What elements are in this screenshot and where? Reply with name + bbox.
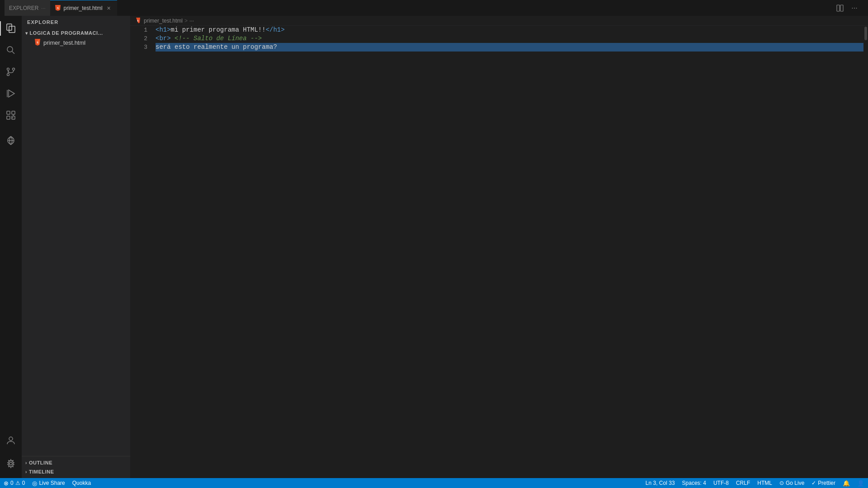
code-editor[interactable]: 1 2 3 <h1>mi primer programa HTML!!</h1>… [130,26,868,478]
sidebar-title: EXPLORER [27,19,58,25]
outline-label: OUTLINE [29,460,52,465]
svg-point-22 [9,437,13,441]
timeline-label: TIMELINE [29,469,54,474]
tab-bar: EXPLORER ··· 5 primer_test.html × [5,0,835,16]
breadcrumb: 5 primer_test.html > ··· [130,16,868,26]
breadcrumb-file-icon: 5 [136,18,142,24]
prettier-icon: ✓ [811,480,816,486]
activity-bar [0,16,22,478]
sidebar: EXPLORER ▾ LOGICA DE PROGRAMACI... 5 pri… [22,16,130,478]
svg-line-8 [12,52,15,54]
code-content[interactable]: <h1>mi primer programa HTML!!</h1> <br> … [152,26,863,478]
line-numbers: 1 2 3 [130,26,152,478]
scrollbar-thumb [864,27,867,40]
tab-explorer-more[interactable]: ··· [41,5,45,11]
error-count: 0 [10,480,14,486]
person-icon: 👤 [857,480,864,487]
status-left: ⊗ 0 ⚠ 0 ◎ Live Share Quokka [0,478,94,488]
activity-remote[interactable] [0,130,22,151]
tag-close-h1: </h1> [266,26,285,33]
live-share-icon: ◎ [32,480,37,487]
space [171,35,175,42]
status-go-live[interactable]: ⊙ Go Live [776,478,808,488]
titlebar: EXPLORER ··· 5 primer_test.html × ··· [0,0,868,16]
svg-point-7 [7,47,13,52]
status-notification[interactable]: 🔔 [839,478,854,488]
folder-chevron: ▾ [25,31,28,36]
activity-run[interactable] [0,83,22,104]
svg-rect-3 [837,5,840,11]
panel-outline[interactable]: › OUTLINE [22,458,130,467]
status-line-ending[interactable]: CRLF [732,478,754,488]
status-live-share[interactable]: ◎ Live Share [28,478,68,488]
status-spaces[interactable]: Spaces: 4 [679,478,710,488]
status-person[interactable]: 👤 [854,478,868,488]
svg-marker-13 [9,90,14,97]
folder-name: LOGICA DE PROGRAMACI... [30,30,103,36]
encoding-text: UTF-8 [713,480,729,486]
editor-area: 5 primer_test.html > ··· 1 2 3 <h1>mi pr… [130,16,868,478]
svg-point-10 [7,74,9,76]
sidebar-header: EXPLORER [22,16,130,27]
go-live-icon: ⊙ [779,480,784,486]
html5-file-icon: 5 [55,5,61,11]
svg-rect-16 [12,111,15,114]
file-html5-icon: 5 [34,39,41,46]
bell-icon: 🔔 [843,480,850,487]
tab-file-active[interactable]: 5 primer_test.html × [50,0,117,16]
go-live-label: Go Live [786,480,804,486]
tag-br: <br> [156,35,171,42]
live-share-label: Live Share [39,480,65,486]
panel-timeline[interactable]: › TIMELINE [22,467,130,476]
line-number-3: 3 [135,43,147,52]
activity-source-control[interactable] [0,61,22,83]
h1-text: mi primer programa HTML!! [171,26,266,33]
svg-rect-17 [7,116,10,119]
breadcrumb-dots[interactable]: ··· [189,18,194,24]
main-area: EXPLORER ▾ LOGICA DE PROGRAMACI... 5 pri… [0,16,868,478]
status-position[interactable]: Ln 3, Col 33 [642,478,679,488]
activity-explorer[interactable] [0,18,22,39]
status-prettier[interactable]: ✓ Prettier [808,478,839,488]
code-line-1: <h1>mi primer programa HTML!!</h1> [156,26,863,34]
prettier-label: Prettier [818,480,835,486]
status-bar: ⊗ 0 ⚠ 0 ◎ Live Share Quokka Ln 3, Col 33… [0,478,868,488]
tab-explorer-label: EXPLORER [9,5,38,11]
activity-account[interactable] [0,429,22,451]
language-text: HTML [757,480,772,486]
warning-count: 0 [22,480,25,486]
quokka-label: Quokka [72,480,91,486]
line-number-1: 1 [135,26,147,34]
code-line-3: será esto realmente un programa? [156,43,863,52]
more-actions-button[interactable]: ··· [849,3,860,14]
activity-settings[interactable] [0,453,22,474]
line-number-2: 2 [135,34,147,43]
svg-text:5: 5 [137,19,139,22]
breadcrumb-sep: > [184,18,188,24]
line-ending-text: CRLF [736,480,750,486]
status-quokka[interactable]: Quokka [69,478,94,488]
svg-point-23 [9,462,12,465]
tag-open-h1: <h1> [156,26,171,33]
svg-point-11 [13,68,15,70]
status-right: Ln 3, Col 33 Spaces: 4 UTF-8 CRLF HTML ⊙… [642,478,868,488]
tab-file-label: primer_test.html [64,5,103,11]
sidebar-folder-header[interactable]: ▾ LOGICA DE PROGRAMACI... [22,28,130,38]
timeline-chevron: › [25,469,27,474]
tab-close-button[interactable]: × [105,5,113,12]
tab-explorer[interactable]: EXPLORER ··· [5,0,50,16]
status-encoding[interactable]: UTF-8 [710,478,732,488]
status-errors[interactable]: ⊗ 0 ⚠ 0 [0,478,28,488]
sidebar-files-section: ▾ LOGICA DE PROGRAMACI... 5 primer_test.… [22,27,130,49]
activity-search[interactable] [0,39,22,61]
sidebar-panel-sections: › OUTLINE › TIMELINE [22,456,130,478]
activity-bottom [0,429,22,478]
svg-point-9 [7,68,9,70]
status-language[interactable]: HTML [754,478,776,488]
file-item-primer[interactable]: 5 primer_test.html [22,38,130,47]
activity-extensions[interactable] [0,104,22,126]
outline-chevron: › [25,460,27,465]
editor-scrollbar[interactable] [863,26,868,478]
layout-button[interactable] [835,3,845,14]
breadcrumb-filename[interactable]: primer_test.html [144,18,183,24]
